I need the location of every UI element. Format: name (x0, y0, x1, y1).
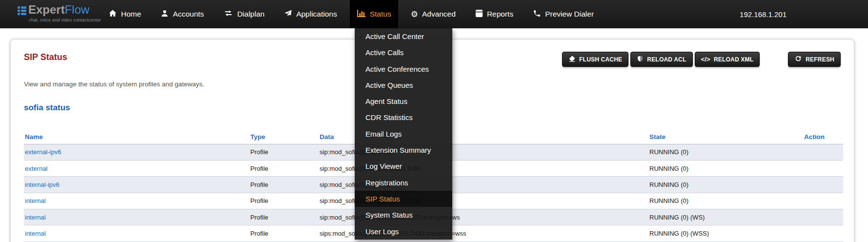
brand-logo[interactable]: ExpertFlow (28, 3, 89, 17)
column-header-name: Name (24, 130, 249, 144)
cell-type: Profile (249, 144, 319, 160)
cell-type: Profile (249, 209, 319, 225)
gear-icon: ⚙ (411, 10, 418, 19)
transfer-arrows-icon (223, 9, 233, 20)
menu-item-extension-summary[interactable]: Extension Summary (355, 142, 452, 158)
brand-primary: Expert (28, 3, 65, 16)
cell-type: Profile (249, 160, 319, 176)
menu-item-active-queues[interactable]: Active Queues (355, 77, 452, 93)
cell-state: RUNNING (0) (WS) (648, 209, 803, 225)
menu-item-sip-status[interactable]: SIP Status (355, 191, 452, 207)
paper-plane-icon (284, 9, 292, 20)
cell-action (803, 193, 843, 209)
column-header-state: State (648, 130, 803, 144)
cell-type: Profile (249, 177, 319, 193)
refresh-button[interactable]: REFRESH (788, 52, 841, 67)
nav-item-applications[interactable]: Applications (277, 0, 344, 28)
reload-xml-button[interactable]: </> RELOAD XML (695, 52, 760, 67)
profile-link[interactable]: internal (25, 197, 46, 204)
menu-item-user-logs[interactable]: User Logs (355, 223, 452, 240)
button-label: FLUSH CACHE (579, 56, 622, 63)
nav-item-home[interactable]: Home (101, 0, 148, 28)
profile-link[interactable]: internal (25, 230, 46, 237)
menu-item-log-viewer[interactable]: Log Viewer (355, 158, 452, 174)
cell-action (803, 225, 843, 242)
expertflow-logo-icon (18, 6, 26, 15)
menu-item-registrations[interactable]: Registrations (355, 175, 452, 191)
eraser-icon (568, 55, 576, 64)
menu-item-email-logs[interactable]: Email Logs (355, 126, 452, 142)
home-icon (108, 9, 117, 20)
journal-icon (475, 9, 483, 20)
profile-link[interactable]: internal-ipv6 (25, 181, 60, 188)
section-heading: sofia status (24, 103, 70, 113)
menu-item-active-call-center[interactable]: Active Call Center (355, 28, 452, 44)
refresh-icon (794, 55, 802, 64)
button-label: RELOAD XML (714, 56, 753, 63)
cell-type: Profile (249, 193, 319, 209)
nav-item-dialplan[interactable]: Dialplan (217, 0, 271, 28)
phone-icon (533, 9, 541, 20)
user-icon (161, 9, 169, 20)
nav-item-label: Home (121, 10, 141, 19)
brand-secondary: Flow (65, 3, 90, 16)
nav-item-reports[interactable]: Reports (468, 0, 520, 28)
nav-item-label: Accounts (173, 10, 204, 19)
shield-icon (637, 55, 644, 64)
cell-state: RUNNING (0) (648, 177, 803, 193)
top-navbar: ExpertFlow chat, voice and video contact… (0, 0, 868, 28)
nav-item-preview-dialer[interactable]: Preview Dialer (526, 0, 601, 28)
flush-cache-button[interactable]: FLUSH CACHE (562, 52, 628, 67)
menu-item-agent-status[interactable]: Agent Status (355, 93, 452, 109)
nav-item-label: Applications (296, 10, 337, 19)
code-icon: </> (701, 56, 710, 63)
menu-item-system-status[interactable]: System Status (355, 207, 452, 223)
profile-link[interactable]: internal (25, 214, 46, 221)
page-title: SIP Status (24, 52, 67, 62)
profile-link[interactable]: external-ipv6 (25, 148, 61, 156)
brand-tagline: chat, voice and video contactcenter (29, 18, 101, 22)
button-label: REFRESH (806, 56, 834, 63)
nav-item-label: Reports (487, 10, 513, 19)
cell-action (803, 144, 843, 160)
profile-link[interactable]: external (25, 165, 47, 172)
cell-action (803, 209, 843, 225)
nav-item-label: Dialplan (237, 10, 264, 19)
cell-type: Profile (249, 225, 319, 242)
cell-state: RUNNING (0) (WSS) (648, 225, 803, 242)
menu-item-cdr-statistics[interactable]: CDR Statistics (355, 109, 452, 125)
nav-item-label: Preview Dialer (545, 10, 594, 19)
cell-state: RUNNING (0) (648, 193, 803, 209)
column-header-action: Action (803, 130, 843, 144)
cell-state: RUNNING (0) (648, 144, 803, 160)
nav-item-label: Advanced (422, 10, 456, 19)
column-header-type: Type (249, 130, 319, 144)
nav-item-accounts[interactable]: Accounts (154, 0, 211, 28)
button-label: RELOAD ACL (647, 56, 686, 63)
status-dropdown-menu: Active Call Center Active Calls Active C… (355, 28, 452, 240)
nav-item-status[interactable]: Status (350, 0, 398, 28)
menu-item-active-conferences[interactable]: Active Conferences (355, 61, 452, 77)
nav-item-label: Status (370, 10, 391, 19)
cell-action (803, 160, 843, 176)
page-description: View and manage the status of system pro… (24, 81, 204, 88)
toolbar: FLUSH CACHE RELOAD ACL </> RELOAD XML RE… (562, 52, 841, 67)
server-address: 192.168.1.201 (740, 0, 787, 28)
cell-state: RUNNING (0) (648, 160, 803, 176)
nav-item-advanced[interactable]: ⚙ Advanced (404, 0, 463, 28)
bar-chart-icon (357, 9, 366, 20)
main-nav: Home Accounts Dialplan Applications Stat… (101, 0, 601, 28)
reload-acl-button[interactable]: RELOAD ACL (630, 52, 692, 67)
cell-action (803, 177, 843, 193)
menu-item-active-calls[interactable]: Active Calls (355, 44, 452, 60)
